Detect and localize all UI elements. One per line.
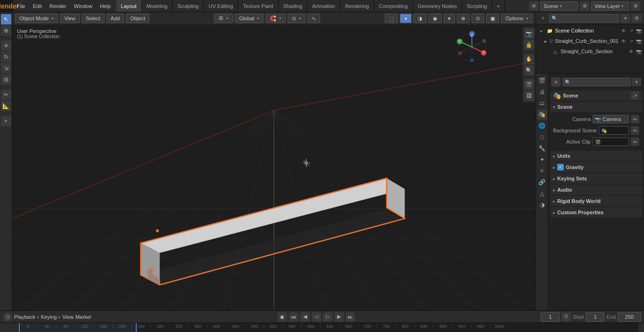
prop-icon-modifier[interactable]: 🔧 (537, 143, 547, 154)
tool-select[interactable]: ↖ (1, 14, 11, 24)
jump-start-btn[interactable]: ⏮ (289, 312, 298, 322)
props-view-icon[interactable]: ≡ (551, 77, 561, 87)
prev-frame-btn[interactable]: ◀ (300, 312, 310, 322)
outliner-filter2-btn[interactable]: ⚙ (632, 14, 641, 23)
playback-menu[interactable]: Playback▾ (14, 314, 39, 320)
viewport-shading-options[interactable]: ▾ (444, 14, 455, 23)
proportional-editing[interactable]: ⊙▾ (288, 14, 305, 23)
viewport-object-menu[interactable]: Object (126, 14, 149, 23)
outliner-filter-btn[interactable]: ▾ (620, 14, 630, 23)
viewport-add-menu[interactable]: Add (107, 14, 124, 23)
prop-icon-scene[interactable]: 🎭 (537, 109, 547, 120)
viewport-3d[interactable]: Object Mode ▾ View Select Add Object ⦿▾ … (12, 12, 536, 310)
frame-time-icon[interactable]: ⏱ (561, 312, 571, 322)
camera-view-btn[interactable]: 📷 (524, 28, 534, 39)
timeline-icon[interactable]: ◷ (3, 312, 12, 322)
prop-icon-world[interactable]: 🌐 (537, 121, 547, 131)
tab-animation[interactable]: Animation (307, 0, 340, 12)
viewport-pan-btn[interactable]: ✋ (524, 54, 534, 64)
scene-selector[interactable]: Scene ▾ (540, 1, 578, 11)
snapping-btn[interactable]: 🧲▾ (265, 14, 286, 23)
visibility-icon-2[interactable]: 👁 (620, 38, 627, 44)
tool-measure[interactable]: 📐 (1, 101, 11, 111)
view-layer-settings-icon[interactable]: ⚙ (631, 1, 640, 11)
prop-icon-render[interactable]: 🎬 (537, 75, 547, 86)
tool-annotate[interactable]: ✏ (1, 89, 11, 100)
tool-scale[interactable]: ⇲ (1, 63, 11, 73)
tab-shading[interactable]: Shading (279, 0, 307, 12)
render-icon-3[interactable]: 📷 (636, 48, 642, 55)
prop-section-scene-header[interactable]: 🎭 Scene ↗ (550, 90, 642, 101)
viewport-image-btn[interactable]: 🖼 (524, 90, 534, 101)
view-layer-selector[interactable]: View Layer ▾ (591, 1, 629, 11)
visibility-icon-3[interactable]: 👁 (628, 48, 635, 55)
top-right-icon-1[interactable]: ⚙ (529, 1, 538, 11)
menu-window[interactable]: Window (70, 0, 96, 12)
viewport-render-btn[interactable]: 🎬 (524, 79, 534, 89)
next-frame-btn[interactable]: ▶ (334, 312, 344, 322)
prop-custom-header[interactable]: ▸ Custom Properties (550, 207, 642, 218)
xray-toggle[interactable]: ▣ (486, 14, 499, 23)
outliner-search[interactable]: 🔍 (549, 14, 619, 23)
transform-pivot[interactable]: ⦿▾ (214, 14, 233, 23)
jump-end-btn[interactable]: ⏭ (346, 312, 355, 322)
viewport-overlay-toggle[interactable]: ⊙ (471, 14, 484, 23)
keying-menu[interactable]: Keying▾ (41, 314, 61, 320)
play-btn[interactable]: ▷ (323, 312, 332, 322)
menu-render[interactable]: Render (46, 0, 70, 12)
prop-rigid-header[interactable]: ▸ Rigid Body World (550, 196, 642, 206)
prop-icon-data[interactable]: △ (537, 188, 547, 199)
viewport-shading-solid[interactable]: ● (400, 14, 412, 23)
current-frame-input[interactable]: 1 (541, 312, 560, 322)
prop-icon-particles[interactable]: ✦ (537, 154, 547, 165)
prop-audio-header[interactable]: ▸ Audio (550, 185, 642, 195)
viewport-shading-wire[interactable]: ⬚ (385, 14, 398, 23)
active-clip-pick-btn[interactable]: ✏ (631, 138, 639, 146)
prop-section-scene-sub-header[interactable]: ▾ Scene (550, 102, 642, 112)
transform-orientation[interactable]: Global ▾ (235, 14, 264, 23)
scene-expand-btn[interactable]: ↗ (631, 91, 639, 100)
outliner-item-curb-001[interactable]: ▸ ▽ Straight_Curb_Section_001 👁 ↗ 📷 (536, 36, 644, 46)
menu-help[interactable]: Help (96, 0, 115, 12)
gizmo-widget[interactable]: Z X Y (453, 28, 491, 66)
viewport-view-menu[interactable]: View (60, 14, 80, 23)
viewport-select-menu[interactable]: Select (82, 14, 105, 23)
viewport-zoom-btn[interactable]: 🔍 (524, 65, 534, 75)
prop-icon-object[interactable]: □ (537, 132, 547, 142)
record-btn[interactable]: ⏺ (278, 312, 287, 322)
viewport-shading-material[interactable]: ◑ (413, 14, 427, 23)
visibility-icon[interactable]: 👁 (620, 27, 627, 34)
active-clip-value[interactable]: 🎬 (593, 138, 629, 146)
camera-value[interactable]: 📷 Camera (593, 115, 629, 123)
add-workspace-button[interactable]: + (492, 0, 505, 12)
tool-transform[interactable]: ⊞ (1, 74, 11, 85)
menu-file[interactable]: File (13, 0, 29, 12)
render-icon[interactable]: 📷 (636, 27, 642, 34)
prop-units-header[interactable]: ▸ Units (550, 151, 642, 161)
viewport-shading-render[interactable]: ◉ (429, 14, 442, 23)
options-btn[interactable]: Options ▾ (501, 14, 533, 23)
selectability-icon-2[interactable]: ↗ (628, 38, 635, 44)
prop-icon-output[interactable]: 🖨 (537, 87, 547, 97)
props-filter-icon[interactable]: ▾ (632, 78, 641, 86)
gravity-checkbox[interactable]: ✓ (557, 164, 564, 170)
selectability-icon[interactable]: ↗ (628, 27, 635, 34)
tab-rendering[interactable]: Rendering (340, 0, 374, 12)
tool-rotate[interactable]: ↻ (1, 52, 11, 62)
tool-add-object[interactable]: + (1, 116, 11, 126)
marker-menu[interactable]: Marker (75, 314, 91, 320)
props-search-box[interactable]: 🔍 (562, 78, 631, 86)
prop-icon-constraints[interactable]: 🔗 (537, 177, 547, 187)
tool-cursor[interactable]: ⊕ (1, 25, 11, 36)
bg-scene-pick-btn[interactable]: ✏ (631, 126, 639, 135)
tab-texture-paint[interactable]: Texture Paint (238, 0, 278, 12)
tab-compositing[interactable]: Compositing (374, 0, 413, 12)
tool-move[interactable]: ✛ (1, 40, 11, 51)
tab-modeling[interactable]: Modeling (142, 0, 173, 12)
tab-scripting[interactable]: Scripting (462, 0, 492, 12)
outliner-item-curb-mesh[interactable]: △ Straight_Curb_Section 👁 📷 (536, 46, 644, 57)
render-icon-2[interactable]: 📷 (636, 38, 642, 44)
outliner-item-scene-collection[interactable]: ▸ 📁 Scene Collection 👁 ↗ 📷 (536, 25, 644, 36)
tab-uv-editing[interactable]: UV Editing (204, 0, 238, 12)
prop-gravity-header[interactable]: ▸ ✓ Gravity (550, 162, 642, 172)
